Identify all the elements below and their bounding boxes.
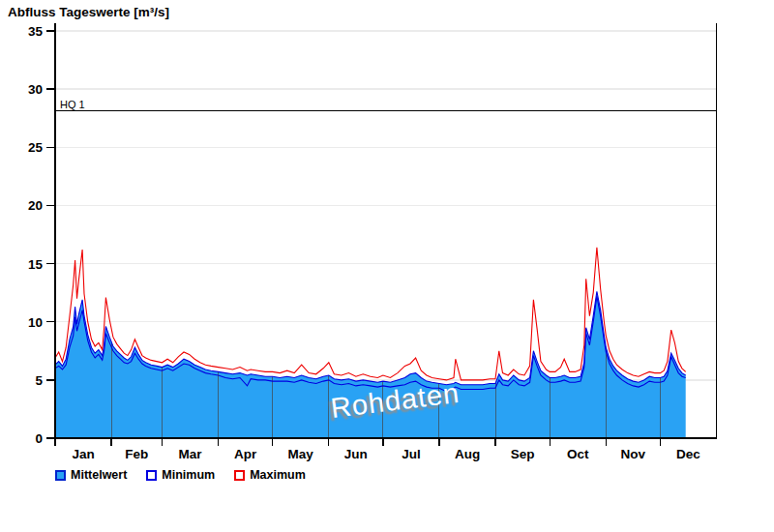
month-label: Jan	[72, 447, 94, 461]
legend-item-maximum: Maximum	[234, 468, 306, 482]
horizontal-gridlines	[55, 31, 717, 380]
legend-item-minimum: Minimum	[146, 468, 215, 482]
month-label: Feb	[125, 447, 148, 461]
mean-swatch-icon	[55, 470, 66, 481]
discharge-area-chart: HQ 105101520253035JanFebMarAprMayJunJulA…	[0, 0, 774, 532]
month-label: Jun	[344, 447, 368, 461]
legend-label-maximum: Maximum	[250, 468, 306, 482]
month-label: Sep	[511, 447, 535, 461]
month-label: Oct	[567, 447, 589, 461]
legend-label-minimum: Minimum	[162, 468, 215, 482]
y-tick-label: 20	[28, 198, 43, 213]
y-tick-label: 35	[28, 24, 44, 39]
y-tick-label: 15	[28, 257, 44, 272]
month-label: Nov	[621, 447, 646, 461]
max-swatch-icon	[234, 470, 245, 481]
min-swatch-icon	[146, 470, 157, 481]
y-tick-label: 5	[35, 373, 43, 388]
y-tick-label: 25	[28, 140, 44, 155]
hq1-label: HQ 1	[60, 99, 85, 110]
y-tick-label: 10	[28, 315, 43, 330]
legend-item-mittelwert: Mittelwert	[55, 468, 127, 482]
y-tick-label: 30	[28, 82, 43, 97]
month-label: Aug	[455, 447, 480, 461]
chart-legend: Mittelwert Minimum Maximum	[55, 468, 306, 482]
legend-label-mittelwert: Mittelwert	[71, 468, 127, 482]
month-label: Mar	[179, 447, 203, 461]
month-label: May	[288, 447, 314, 461]
mean-area	[55, 291, 686, 438]
y-tick-label: 0	[35, 431, 43, 446]
month-label: Apr	[234, 447, 257, 461]
month-label: Jul	[402, 447, 421, 461]
month-label: Dec	[676, 447, 700, 461]
